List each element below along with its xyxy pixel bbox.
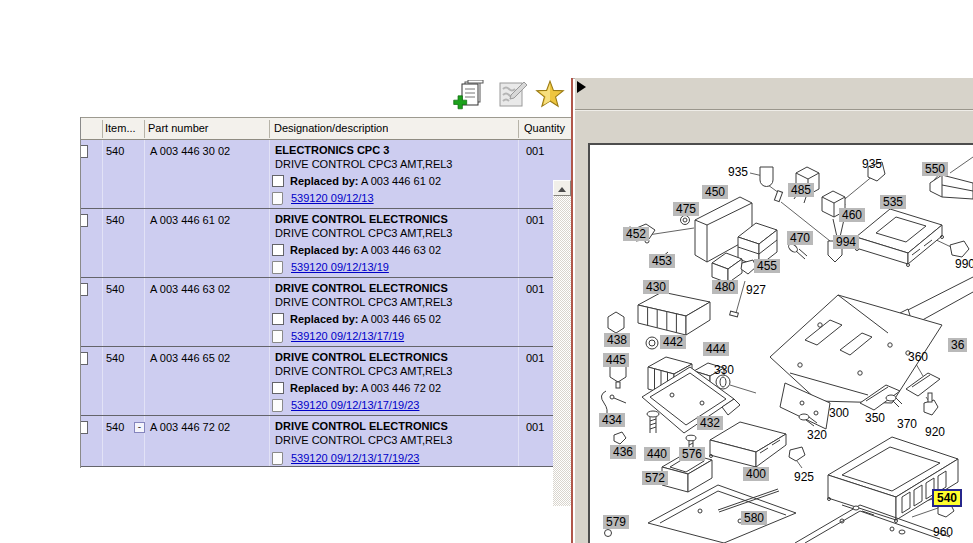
replaced-checkbox[interactable] xyxy=(272,382,284,394)
diagram-part-label-400[interactable]: 400 xyxy=(743,467,769,481)
parts-list-panel: Item... Part number Designation/descript… xyxy=(80,78,571,543)
table-header-row: Item... Part number Designation/descript… xyxy=(81,117,572,140)
illustration-panel: 9359355504504855354754604524709944534559… xyxy=(575,78,973,543)
column-header-part-number[interactable]: Part number xyxy=(148,122,209,134)
replaced-by-part: A 003 446 65 02 xyxy=(361,313,441,325)
diagram-part-label-480[interactable]: 480 xyxy=(712,280,738,294)
diagram-part-label-572[interactable]: 572 xyxy=(642,471,668,485)
quantity: 001 xyxy=(526,283,544,295)
favorites-star-icon[interactable] xyxy=(535,80,569,111)
part-number: A 003 446 72 02 xyxy=(150,421,230,433)
diagram-part-label-452[interactable]: 452 xyxy=(623,227,649,241)
part-number: A 003 446 65 02 xyxy=(150,352,230,364)
replaced-by-label: Replaced by: xyxy=(290,313,358,325)
row-checkbox[interactable] xyxy=(81,352,88,365)
footnote-link[interactable]: 539120 09/12/13 xyxy=(291,192,374,204)
designation-title: DRIVE CONTROL ELECTRONICS xyxy=(275,282,448,294)
diagram-part-label-432[interactable]: 432 xyxy=(697,416,723,430)
parts-toolbar xyxy=(80,78,571,116)
table-row[interactable]: 540 - A 003 446 72 02 DRIVE CONTROL ELEC… xyxy=(81,416,572,467)
diagram-part-label-440[interactable]: 440 xyxy=(644,447,670,461)
row-checkbox[interactable] xyxy=(81,214,88,227)
row-checkbox[interactable] xyxy=(81,283,88,296)
column-divider xyxy=(518,120,519,138)
footnote-link[interactable]: 539120 09/12/13/17/19/23 xyxy=(291,452,419,464)
replaced-by-label: Replaced by: xyxy=(290,382,358,394)
diagram-part-label-935[interactable]: 935 xyxy=(862,157,882,171)
replaced-checkbox[interactable] xyxy=(272,313,284,325)
part-number: A 003 446 30 02 xyxy=(150,145,230,157)
diagram-part-label-920[interactable]: 920 xyxy=(925,425,945,439)
add-document-icon[interactable] xyxy=(453,80,487,111)
diagram-part-label-36[interactable]: 36 xyxy=(948,338,967,352)
diagram-part-label-434[interactable]: 434 xyxy=(599,413,625,427)
footnote-doc-icon xyxy=(272,192,283,205)
scroll-up-button[interactable] xyxy=(553,180,571,196)
replaced-by-label: Replaced by: xyxy=(290,244,358,256)
diagram-part-label-927[interactable]: 927 xyxy=(746,283,766,297)
diagram-part-label-540[interactable]: 540 xyxy=(932,489,962,507)
quantity: 001 xyxy=(526,214,544,226)
diagram-part-label-330[interactable]: 330 xyxy=(714,363,734,377)
diagram-part-label-360[interactable]: 360 xyxy=(908,350,928,364)
panel-splitter[interactable] xyxy=(571,78,573,543)
exploded-parts-diagram[interactable]: 9359355504504855354754604524709944534559… xyxy=(588,143,973,543)
diagram-part-label-535[interactable]: 535 xyxy=(880,195,906,209)
diagram-part-label-990[interactable]: 990 xyxy=(955,257,973,271)
footnote-link[interactable]: 539120 09/12/13/19 xyxy=(291,261,389,273)
diagram-part-label-580[interactable]: 580 xyxy=(741,511,767,525)
designation-title: ELECTRONICS CPC 3 xyxy=(275,144,389,156)
designation-subtitle: DRIVE CONTROL CPC3 AMT,REL3 xyxy=(275,434,452,446)
table-row[interactable]: 540 A 003 446 63 02 DRIVE CONTROL ELECTR… xyxy=(81,278,572,347)
column-header-item[interactable]: Item... xyxy=(105,122,136,134)
quantity: 001 xyxy=(526,421,544,433)
column-header-designation[interactable]: Designation/description xyxy=(274,122,388,134)
diagram-part-label-436[interactable]: 436 xyxy=(610,445,636,459)
designation-subtitle: DRIVE CONTROL CPC3 AMT,REL3 xyxy=(275,158,452,170)
diagram-part-label-438[interactable]: 438 xyxy=(604,333,630,347)
diagram-part-label-994[interactable]: 994 xyxy=(833,235,859,249)
table-row[interactable]: 540 A 003 446 61 02 DRIVE CONTROL ELECTR… xyxy=(81,209,572,278)
diagram-part-label-925[interactable]: 925 xyxy=(794,470,814,484)
diagram-part-label-450[interactable]: 450 xyxy=(702,185,728,199)
scrollbar-track[interactable] xyxy=(553,196,571,506)
row-checkbox[interactable] xyxy=(81,145,88,158)
row-checkbox[interactable] xyxy=(81,421,88,434)
panel-divider-highlight xyxy=(575,110,973,111)
diagram-part-label-453[interactable]: 453 xyxy=(649,254,675,268)
diagram-part-label-350[interactable]: 350 xyxy=(865,411,885,425)
footnote-link[interactable]: 539120 09/12/13/17/19/23 xyxy=(291,399,419,411)
diagram-part-label-455[interactable]: 455 xyxy=(754,259,780,273)
diagram-part-label-370[interactable]: 370 xyxy=(897,417,917,431)
diagram-part-label-444[interactable]: 444 xyxy=(703,342,729,356)
diagram-part-label-935[interactable]: 935 xyxy=(728,165,748,179)
collapse-expander-button[interactable]: - xyxy=(134,422,145,433)
diagram-part-label-460[interactable]: 460 xyxy=(839,208,865,222)
edit-notes-icon[interactable] xyxy=(497,80,531,111)
diagram-part-label-300[interactable]: 300 xyxy=(829,406,849,420)
table-body: 540 A 003 446 30 02 ELECTRONICS CPC 3 DR… xyxy=(81,140,572,467)
replaced-checkbox[interactable] xyxy=(272,175,284,187)
replaced-by-part: A 003 446 72 02 xyxy=(361,382,441,394)
diagram-part-label-445[interactable]: 445 xyxy=(603,353,629,367)
diagram-part-label-579[interactable]: 579 xyxy=(603,515,629,529)
diagram-part-label-475[interactable]: 475 xyxy=(673,202,699,216)
splitter-collapse-icon[interactable] xyxy=(577,81,586,93)
diagram-part-label-470[interactable]: 470 xyxy=(787,231,813,245)
diagram-part-label-485[interactable]: 485 xyxy=(788,183,814,197)
diagram-part-label-550[interactable]: 550 xyxy=(922,162,948,176)
item-number: 540 xyxy=(106,283,124,295)
diagram-part-label-576[interactable]: 576 xyxy=(679,447,705,461)
column-header-quantity[interactable]: Quantity xyxy=(524,122,570,134)
footnote-link[interactable]: 539120 09/12/13/17/19 xyxy=(291,330,404,342)
diagram-part-label-442[interactable]: 442 xyxy=(660,335,686,349)
diagram-part-label-430[interactable]: 430 xyxy=(643,280,669,294)
column-divider xyxy=(269,120,270,138)
epc-parts-window: Item... Part number Designation/descript… xyxy=(0,0,973,543)
diagram-part-label-960[interactable]: 960 xyxy=(933,525,953,539)
table-row[interactable]: 540 A 003 446 30 02 ELECTRONICS CPC 3 DR… xyxy=(81,140,572,209)
item-number: 540 xyxy=(106,145,124,157)
replaced-checkbox[interactable] xyxy=(272,244,284,256)
table-row[interactable]: 540 A 003 446 65 02 DRIVE CONTROL ELECTR… xyxy=(81,347,572,416)
diagram-part-label-320[interactable]: 320 xyxy=(807,428,827,442)
